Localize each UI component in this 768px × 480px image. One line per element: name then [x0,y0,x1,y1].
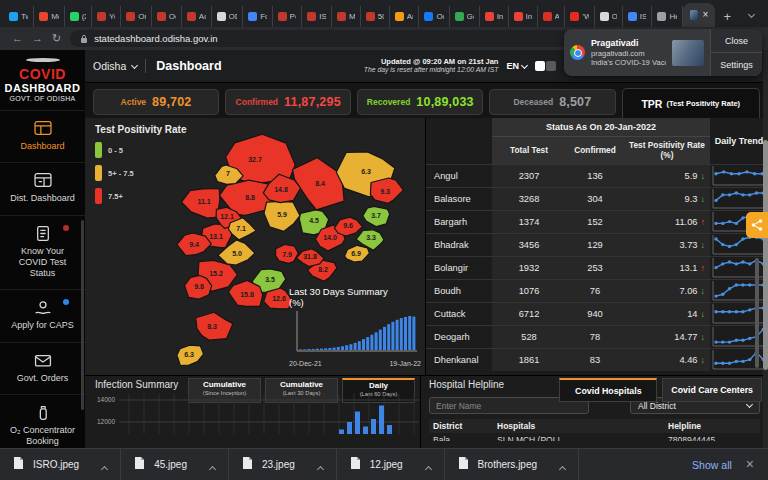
page-scrollbar-thumb[interactable] [763,140,768,370]
updated-timestamp: Updated @ 09:20 AM on 21st Jan [364,57,499,66]
chevron-up-icon[interactable] [102,456,107,474]
tab-favicon [628,12,637,21]
browser-tab[interactable]: Yo [92,6,121,27]
trend-down-icon: ↓ [701,355,706,365]
browser-tab[interactable]: Ad [182,6,212,27]
notification-body[interactable]: Pragativadi pragativadi.com India's COVI… [564,29,710,76]
legend-label: 7.5+ [108,192,123,201]
sidebar-item-know-your-covid-test-status[interactable]: Know Your COVID Test Status [0,215,85,290]
forward-icon[interactable]: → [32,33,43,44]
hospital-row-helpline: 7808944445 [668,435,756,441]
sidebar-item-apply-for-caps[interactable]: Apply for CAPS [0,289,85,341]
browser-tab[interactable]: Mi [332,6,361,27]
brand-covid: COVID [19,66,66,82]
column-total-test: Total Test [492,137,566,164]
sidebar-item-dashboard[interactable]: Dashboard [0,110,85,162]
browser-tab[interactable]: Fo [243,6,272,27]
sidebar-scrollbar[interactable] [81,220,84,410]
browser-tab[interactable]: Int [480,6,509,27]
back-icon[interactable]: ← [12,33,23,44]
browser-tab[interactable]: Int [509,6,538,27]
chevron-up-icon[interactable] [426,456,431,474]
legend-label: 5+ - 7.5 [108,169,134,178]
page-scrollbar[interactable] [763,50,768,448]
tab-search-chevron-icon[interactable] [739,5,764,27]
tab-covid-care-centers[interactable]: Covid Care Centers [662,378,762,402]
page-content: COVID DASHBOARD GOVT. OF ODISHA Dashboar… [0,50,768,448]
tab-covid-hospitals[interactable]: Covid Hospitals [559,378,657,402]
browser-tab[interactable]: On [121,6,152,27]
district-value-label: 5.0 [232,250,242,257]
district-value-label: 14.0 [323,234,337,241]
browser-tab[interactable]: Gc [450,6,480,27]
state-selector[interactable]: Odisha [93,60,137,72]
table-scrollbar[interactable] [755,258,759,368]
stat-deceased[interactable]: Deceased8,507 [489,89,615,115]
new-tab-button[interactable]: + [715,9,739,27]
stat-active[interactable]: Active89,702 [93,89,219,115]
cell-confirmed: 83 [566,349,624,371]
download-item[interactable]: 45.jpeg [121,449,229,480]
reload-icon[interactable]: ↻ [52,33,61,44]
browser-window: TwMc(2YoOnOcAdODFoPoISIMi50AnOcGcIntIntA… [0,0,768,480]
tpr-tab[interactable]: TPR (Test Positivity Rate) [622,88,761,118]
notification-close-button[interactable]: Close [711,29,762,53]
browser-tab[interactable]: OD [212,6,244,27]
language-selector[interactable]: EN [506,61,527,71]
sidebar-item-label: Dist. Dashboard [10,193,75,203]
browser-tab[interactable]: Tw [4,6,34,27]
browser-tab[interactable]: Ol [595,6,623,27]
browser-tab[interactable]: 'W [565,6,594,27]
tab-favicon [39,12,48,21]
sidebar-item-govt-orders[interactable]: Govt. Orders [0,342,85,394]
chevron-up-icon[interactable] [318,456,323,474]
tpr-value: 7.06 [679,286,697,296]
cell-district: Boudh [426,280,492,302]
browser-tab[interactable]: ISI [623,6,653,27]
trend-up-icon: ↑ [701,217,706,227]
hospital-table-row[interactable]: Bala SLN MCH (POLI 7808944445 [429,433,760,441]
browser-tab[interactable]: ISI [302,6,332,27]
light-square-icon [535,61,545,71]
district-value-label: 5.9 [277,211,287,218]
browser-tab[interactable]: An [390,6,420,27]
theme-toggle[interactable] [535,61,556,71]
stat-confirmed[interactable]: Confirmed11,87,295 [225,89,351,115]
tab-label: Tw [21,12,28,21]
browser-tab[interactable]: Oc [419,6,449,27]
tab-label: (2 [82,12,86,21]
show-all-downloads-button[interactable]: Show all [682,459,742,471]
infection-summary-section: Infection Summary Cumulative(Since Incep… [85,376,420,448]
district-value-label: 3.5 [265,276,275,283]
trend-sparkline [710,303,768,325]
summary-x-start: 20-Dec-21 [289,360,322,367]
cell-district: Angul [426,165,492,187]
browser-tab[interactable]: At [538,6,566,27]
download-item[interactable]: 23.jpeg [229,449,337,480]
sidebar-item-dist-dashboard[interactable]: Dist. Dashboard [0,162,85,214]
district-value-label: 3.3 [366,234,376,241]
chevron-up-icon[interactable] [560,456,565,474]
browser-tab[interactable]: He [652,6,682,27]
chevron-up-icon[interactable] [210,456,215,474]
notification-settings-button[interactable]: Settings [711,53,762,76]
download-item[interactable]: 12.jpeg [337,449,445,480]
browser-tab[interactable]: Oc [152,6,182,27]
stat-value: 8,507 [559,95,591,109]
browser-tab[interactable]: (2 [65,6,92,27]
tab-close-icon[interactable]: × [703,10,709,20]
district-value-label: 6.9 [351,250,361,257]
stat-recovered[interactable]: Recovered10,89,033 [357,89,483,115]
share-button[interactable] [746,212,768,238]
browser-tab[interactable]: Po [273,6,303,27]
active-tab[interactable]: × [683,3,716,27]
download-filename: ISRO.jpeg [33,459,79,470]
downloads-bar-close-icon[interactable]: × [742,456,768,474]
district-dashboard-icon [33,172,53,189]
download-item[interactable]: Brothers.jpeg [445,449,579,480]
browser-tab[interactable]: Mc [34,6,65,27]
tab-favicon [485,12,494,21]
download-item[interactable]: ISRO.jpeg [0,449,121,480]
tpr-value: 9.3 [685,194,698,204]
browser-tab[interactable]: 50 [361,6,390,27]
